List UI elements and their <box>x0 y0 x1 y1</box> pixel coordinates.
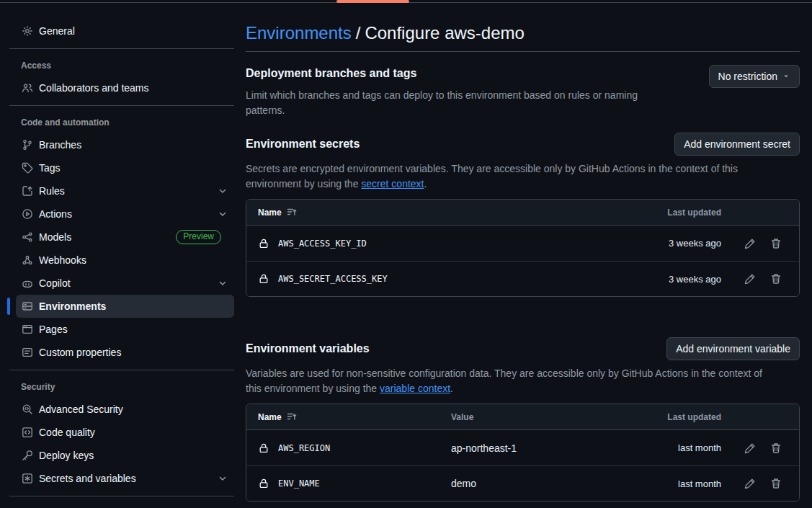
title-divider <box>246 51 800 52</box>
variables-name-column-header[interactable]: Name <box>258 411 451 423</box>
webhook-icon <box>22 254 33 266</box>
variable-value: demo <box>451 478 626 489</box>
play-circle-icon <box>22 208 33 220</box>
sidebar-item-label: Pages <box>39 324 68 335</box>
variable-value: ap-northeast-1 <box>451 442 626 454</box>
sidebar-divider <box>9 48 234 49</box>
edit-secret-button[interactable] <box>744 273 756 285</box>
sidebar-item-label: Copilot <box>39 277 71 289</box>
people-icon <box>22 82 33 94</box>
sidebar-divider <box>9 370 234 370</box>
sidebar-item-actions[interactable]: Actions <box>16 202 234 226</box>
sidebar-item-label: Custom properties <box>39 347 121 358</box>
sidebar-item-rules[interactable]: Rules <box>16 179 234 202</box>
sidebar-item-label: Webhooks <box>39 254 86 266</box>
sidebar-item-tags[interactable]: Tags <box>16 156 234 179</box>
deployment-description: Limit which branches and tags can deploy… <box>246 88 678 118</box>
delete-secret-button[interactable] <box>770 238 782 249</box>
delete-secret-button[interactable] <box>770 273 782 285</box>
sidebar-item-pages[interactable]: Pages <box>16 318 234 341</box>
environment-secrets-section: Environment secrets Add environment secr… <box>246 133 800 297</box>
sidebar-item-deploy-keys[interactable]: Deploy keys <box>16 444 234 467</box>
sidebar-item-custom-properties[interactable]: Custom properties <box>16 341 234 364</box>
variable-updated: last month <box>626 478 727 489</box>
variable-name: AWS_REGION <box>278 443 330 453</box>
edit-secret-button[interactable] <box>744 238 756 249</box>
sidebar-divider <box>9 496 234 496</box>
sidebar-item-environments[interactable]: Environments <box>16 295 234 318</box>
sidebar-item-webhooks[interactable]: Webhooks <box>16 249 234 272</box>
preview-badge: Preview <box>176 230 221 244</box>
delete-variable-button[interactable] <box>770 478 782 489</box>
variables-value-column-header: Value <box>451 412 626 422</box>
environment-variables-section: Environment variables Add environment va… <box>246 337 800 502</box>
edit-variable-button[interactable] <box>744 442 756 454</box>
sidebar-item-label: Actions <box>39 208 72 220</box>
secrets-updated-column-header: Last updated <box>626 208 727 218</box>
delete-variable-button[interactable] <box>770 442 782 454</box>
add-environment-variable-button[interactable]: Add environment variable <box>666 337 800 360</box>
variable-row: AWS_REGION ap-northeast-1 last month <box>246 430 799 465</box>
sidebar-item-copilot[interactable]: Copilot <box>16 272 234 295</box>
sort-ascending-icon <box>286 411 298 423</box>
sidebar-section-access: Access <box>9 61 234 71</box>
chevron-down-icon <box>217 473 228 484</box>
variable-updated: last month <box>626 442 727 453</box>
sidebar-item-collaborators[interactable]: Collaborators and teams <box>16 76 234 99</box>
settings-sidebar: General Access Collaborators and teams C… <box>9 19 234 502</box>
edit-variable-button[interactable] <box>744 478 756 489</box>
trash-icon <box>770 442 782 454</box>
variable-row: ENV_NAME demo last month <box>246 465 799 501</box>
rules-icon <box>22 185 33 197</box>
asterisk-square-icon <box>22 473 33 484</box>
secrets-table: Name Last updated AWS_ACCESS_KEY_ID 3 we… <box>246 199 800 297</box>
secret-row: AWS_SECRET_ACCESS_KEY 3 weeks ago <box>246 261 799 296</box>
sidebar-item-branches[interactable]: Branches <box>16 133 234 156</box>
code-scan-icon <box>22 404 33 415</box>
copilot-icon <box>22 277 33 289</box>
sidebar-item-secrets-variables[interactable]: Secrets and variables <box>16 467 234 490</box>
chevron-down-icon <box>217 277 228 289</box>
browser-icon <box>22 324 33 335</box>
key-icon <box>22 450 33 461</box>
secret-name: AWS_ACCESS_KEY_ID <box>278 239 367 249</box>
breadcrumb-separator: / <box>356 23 361 43</box>
sort-ascending-icon <box>286 207 298 218</box>
code-square-icon <box>22 427 33 438</box>
variable-context-link[interactable]: variable context <box>380 383 450 394</box>
variables-description: Variables are used for non-sensitive con… <box>246 366 768 396</box>
lock-icon <box>258 238 269 249</box>
sidebar-item-label: Environments <box>39 300 106 312</box>
sidebar-item-advanced-security[interactable]: Advanced Security <box>16 398 234 421</box>
pencil-icon <box>744 273 756 285</box>
sidebar-item-label: Secrets and variables <box>39 473 136 484</box>
secret-updated: 3 weeks ago <box>626 274 727 285</box>
lock-icon <box>258 273 269 285</box>
secret-name: AWS_SECRET_ACCESS_KEY <box>278 274 388 284</box>
main-content: Environments/Configure aws-demo Deployme… <box>246 0 800 502</box>
secrets-table-header: Name Last updated <box>246 200 799 226</box>
page-title-text: Configure aws-demo <box>365 23 524 43</box>
tag-icon <box>22 162 33 174</box>
pencil-icon <box>744 478 756 489</box>
active-item-indicator <box>7 298 10 315</box>
note-icon <box>22 347 33 358</box>
deployment-heading: Deployment branches and tags <box>246 65 678 82</box>
variables-table-header: Name Value Last updated <box>246 404 799 430</box>
secrets-name-column-header[interactable]: Name <box>258 207 626 218</box>
add-environment-secret-button[interactable]: Add environment secret <box>674 133 800 156</box>
sidebar-item-label: Collaborators and teams <box>39 82 149 94</box>
no-restriction-dropdown[interactable]: No restriction <box>709 65 800 88</box>
breadcrumb-environments-link[interactable]: Environments <box>246 23 352 43</box>
secret-updated: 3 weeks ago <box>626 238 727 249</box>
sidebar-item-models[interactable]: Models Preview <box>16 226 234 249</box>
git-branch-icon <box>22 139 33 151</box>
variable-name: ENV_NAME <box>278 478 320 489</box>
sidebar-item-code-quality[interactable]: Code quality <box>16 421 234 444</box>
lock-icon <box>258 478 269 489</box>
variables-table: Name Value Last updated AWS_REGION ap-no… <box>246 404 800 502</box>
caret-down-icon <box>782 72 790 81</box>
sidebar-item-label: Deploy keys <box>39 450 94 461</box>
sidebar-item-general[interactable]: General <box>16 19 234 43</box>
secret-context-link[interactable]: secret context <box>361 178 424 190</box>
